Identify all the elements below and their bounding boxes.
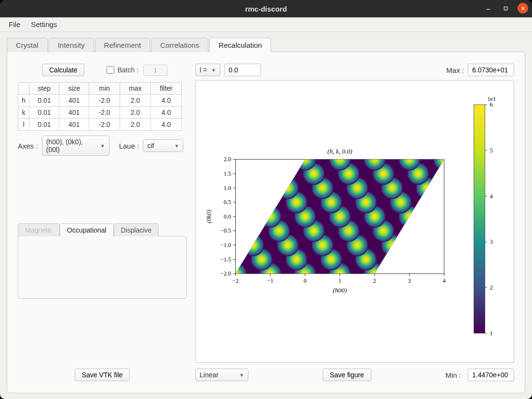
intensity-heatmap: −2−101234−2.0−1.5−1.0−0.50.00.51.01.52.0… <box>196 81 514 362</box>
window-maximize-button[interactable] <box>500 3 511 14</box>
tab-recalculation[interactable]: Recalculation <box>209 38 271 52</box>
slice-value-input[interactable] <box>224 64 261 76</box>
grid-cell[interactable]: 2.0 <box>120 95 151 107</box>
sub-tabstrip: Magnetic Occupational Displacive <box>18 223 187 236</box>
svg-point-37 <box>442 220 464 242</box>
grid-cell[interactable]: 4.0 <box>151 95 182 107</box>
svg-text:1: 1 <box>339 277 341 284</box>
svg-text:1.0: 1.0 <box>224 185 231 192</box>
grid-cell[interactable]: 2.0 <box>120 107 151 119</box>
svg-text:−2.0: −2.0 <box>220 270 231 277</box>
grid-cell[interactable]: 4.0 <box>151 107 182 119</box>
scale-select[interactable]: Linear ▼ <box>195 369 248 381</box>
chevron-down-icon: ▼ <box>211 68 216 73</box>
grid-cell[interactable]: 2.0 <box>120 119 151 131</box>
slice-axis-value: l = <box>200 66 207 74</box>
subtab-displacive[interactable]: Displacive <box>114 223 159 236</box>
row-axis-label: l <box>18 119 29 131</box>
svg-point-54 <box>494 191 514 213</box>
axis-grid-table: step size min max filter h0.01401-2.02.0… <box>18 82 182 131</box>
tab-crystal[interactable]: Crystal <box>7 38 48 52</box>
chevron-down-icon: ▼ <box>100 143 105 149</box>
save-figure-button[interactable]: Save figure <box>323 369 371 381</box>
header-max[interactable]: max <box>120 83 151 95</box>
svg-text:0.5: 0.5 <box>224 199 231 206</box>
svg-point-74 <box>364 148 386 170</box>
chevron-down-icon: ▼ <box>239 372 244 378</box>
svg-text:−0.5: −0.5 <box>220 227 231 234</box>
grid-cell[interactable]: 401 <box>59 107 89 119</box>
save-vtk-button[interactable]: Save VTK file <box>75 369 130 381</box>
grid-cell[interactable]: 0.01 <box>29 95 59 107</box>
svg-text:2: 2 <box>490 284 493 291</box>
svg-text:1.5: 1.5 <box>224 170 231 177</box>
table-row: l0.01401-2.02.04.0 <box>18 119 182 131</box>
batch-input <box>143 65 167 76</box>
scale-value: Linear <box>200 371 218 379</box>
svg-text:4: 4 <box>443 277 446 284</box>
svg-text:4: 4 <box>490 193 493 200</box>
svg-text:3: 3 <box>408 277 411 284</box>
chevron-down-icon: ▼ <box>175 143 179 149</box>
svg-point-68 <box>442 163 464 185</box>
row-axis-label: h <box>18 95 29 107</box>
svg-text:2.0: 2.0 <box>224 156 231 163</box>
grid-cell[interactable]: -2.0 <box>89 107 120 119</box>
plot-frame: −2−101234−2.0−1.5−1.0−0.50.00.51.01.52.0… <box>195 80 514 363</box>
grid-cell[interactable]: -2.0 <box>89 119 120 131</box>
svg-text:0.0: 0.0 <box>224 213 231 220</box>
batch-checkbox[interactable] <box>107 66 114 74</box>
header-step[interactable]: step <box>29 83 59 95</box>
svg-text:1: 1 <box>490 330 493 337</box>
max-input[interactable] <box>468 64 514 76</box>
svg-text:6: 6 <box>490 101 493 108</box>
menu-settings[interactable]: Settings <box>27 19 61 29</box>
grid-cell[interactable]: 0.01 <box>29 107 59 119</box>
svg-point-70 <box>511 163 514 185</box>
window-minimize-button[interactable] <box>483 3 493 14</box>
laue-label: Laue : <box>119 142 139 150</box>
svg-point-30 <box>450 234 473 256</box>
menubar: File Settings <box>0 17 532 32</box>
header-min[interactable]: min <box>89 83 120 95</box>
tab-page-recalculation: Calculate Batch : step size <box>7 52 525 393</box>
tab-correlations[interactable]: Correlations <box>151 38 208 52</box>
titlebar: rmc-discord <box>0 0 532 17</box>
svg-text:5: 5 <box>490 147 493 154</box>
window-title: rmc-discord <box>245 5 287 13</box>
table-row: k0.01401-2.02.04.0 <box>18 107 182 119</box>
max-label: Max : <box>446 66 464 74</box>
tab-intensity[interactable]: Intensity <box>49 38 94 52</box>
subtab-page <box>18 236 187 299</box>
svg-text:−1.0: −1.0 <box>220 242 231 248</box>
subtab-magnetic: Magnetic <box>18 223 60 236</box>
window-close-button[interactable] <box>518 3 528 14</box>
svg-text:−2: −2 <box>232 277 239 284</box>
header-blank <box>18 83 29 95</box>
slice-axis-select[interactable]: l = ▼ <box>195 64 220 76</box>
grid-cell[interactable]: 401 <box>59 95 89 107</box>
svg-point-62 <box>485 177 507 199</box>
axes-select[interactable]: (h00), (0k0), (00l) ▼ <box>42 136 109 156</box>
svg-point-7 <box>196 262 212 285</box>
svg-rect-1 <box>504 7 507 10</box>
table-row: h0.01401-2.02.04.0 <box>18 95 182 107</box>
tab-refinement[interactable]: Refinement <box>95 38 150 52</box>
menu-file[interactable]: File <box>5 19 24 29</box>
svg-text:(h00): (h00) <box>333 287 347 294</box>
header-size[interactable]: size <box>59 83 89 95</box>
subtab-occupational[interactable]: Occupational <box>60 223 114 236</box>
grid-cell[interactable]: 0.01 <box>29 119 59 131</box>
axes-value: (h00), (0k0), (00l) <box>46 138 96 153</box>
laue-select[interactable]: cif ▼ <box>143 139 183 152</box>
svg-text:−1: −1 <box>267 277 273 284</box>
batch-label: Batch : <box>117 66 138 74</box>
main-tabstrip: Crystal Intensity Refinement Correlation… <box>7 38 525 52</box>
grid-cell[interactable]: 401 <box>59 119 89 131</box>
grid-cell[interactable]: -2.0 <box>89 95 120 107</box>
calculate-button[interactable]: Calculate <box>42 64 84 76</box>
grid-cell[interactable]: 4.0 <box>151 119 182 131</box>
svg-text:(0k0): (0k0) <box>205 209 212 223</box>
min-input[interactable] <box>468 369 514 381</box>
header-filter[interactable]: filter <box>151 83 182 95</box>
